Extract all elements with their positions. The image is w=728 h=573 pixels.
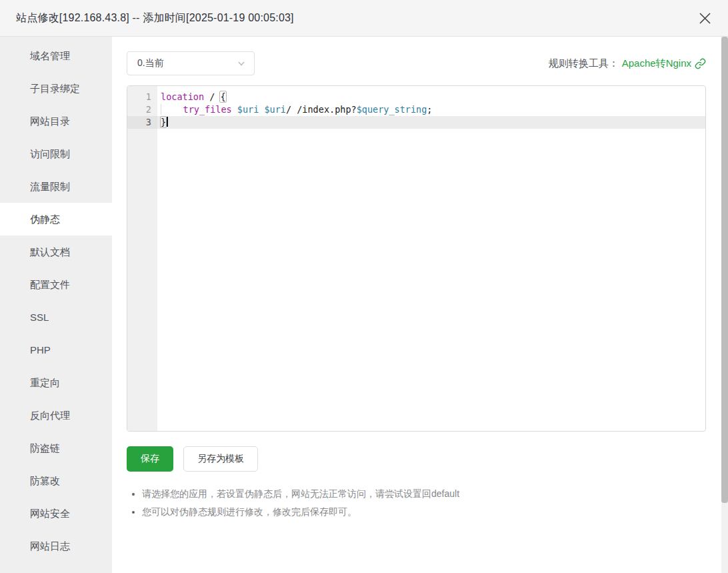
sidebar-item-默认文档[interactable]: 默认文档	[0, 235, 112, 268]
sidebar-item-重定向[interactable]: 重定向	[0, 366, 112, 399]
sidebar-item-防盗链[interactable]: 防盗链	[0, 432, 112, 464]
modal-header: 站点修改[192.168.43.8] -- 添加时间[2025-01-19 00…	[0, 0, 728, 37]
code-line: try_files $uri $uri/ /index.php?$query_s…	[157, 103, 705, 116]
code-token-bracket: {	[219, 91, 226, 103]
sidebar-item-SSL[interactable]: SSL	[0, 301, 112, 334]
code-token-bracket: }	[160, 116, 167, 128]
sidebar-item-域名管理[interactable]: 域名管理	[0, 39, 112, 72]
help-note: 您可以对伪静态规则进行修改，修改完后保存即可。	[142, 503, 706, 521]
help-note: 请选择您的应用，若设置伪静态后，网站无法正常访问，请尝试设置回default	[142, 485, 706, 503]
sidebar-item-防篡改[interactable]: 防篡改	[0, 464, 112, 497]
code-token-plain: ;	[427, 104, 432, 115]
line-number: 1	[127, 91, 157, 103]
modal-body: 域名管理子目录绑定网站目录访问限制流量限制伪静态默认文档配置文件SSLPHP重定…	[0, 37, 728, 573]
code-token-plain	[232, 104, 237, 115]
line-number: 2	[127, 103, 157, 116]
converter-label: 规则转换工具：	[549, 57, 619, 70]
sidebar-item-访问限制[interactable]: 访问限制	[0, 137, 112, 170]
main-panel: 0.当前 规则转换工具： Apache转Nginx 123 location /…	[112, 37, 728, 573]
sidebar-item-反向代理[interactable]: 反向代理	[0, 399, 112, 432]
sidebar-item-配置文件[interactable]: 配置文件	[0, 268, 112, 301]
line-number: 3	[127, 116, 157, 129]
save-as-template-button[interactable]: 另存为模板	[183, 446, 258, 472]
code-token-variable: $uri	[237, 104, 259, 115]
save-button[interactable]: 保存	[127, 446, 173, 472]
toolbar: 0.当前 规则转换工具： Apache转Nginx	[127, 51, 706, 75]
help-notes: 请选择您的应用，若设置伪静态后，网站无法正常访问，请尝试设置回default您可…	[133, 485, 706, 521]
rule-converter-tool: 规则转换工具： Apache转Nginx	[549, 57, 706, 70]
sidebar: 域名管理子目录绑定网站目录访问限制流量限制伪静态默认文档配置文件SSLPHP重定…	[0, 37, 112, 573]
sidebar-item-PHP[interactable]: PHP	[0, 334, 112, 366]
sidebar-item-网站目录[interactable]: 网站目录	[0, 105, 112, 137]
editor-code-area: location / { try_files $uri $uri/ /index…	[157, 86, 705, 431]
sidebar-item-子目录绑定[interactable]: 子目录绑定	[0, 72, 112, 105]
sidebar-item-伪静态[interactable]: 伪静态	[0, 203, 112, 235]
code-token-keyword: try_files	[183, 104, 232, 115]
rule-template-select[interactable]: 0.当前	[127, 51, 255, 75]
sidebar-item-流量限制[interactable]: 流量限制	[0, 170, 112, 203]
chevron-down-icon	[237, 59, 246, 68]
close-icon[interactable]	[695, 8, 715, 28]
text-cursor	[167, 117, 168, 127]
code-line: }	[157, 116, 705, 129]
code-line: location / {	[157, 91, 705, 103]
code-token-plain: /	[204, 91, 220, 102]
rule-template-select-value: 0.当前	[137, 57, 164, 69]
code-token-plain: / /index.php?	[286, 104, 357, 115]
scrollbar-thumb[interactable]	[721, 37, 728, 503]
apache-to-nginx-link[interactable]: Apache转Nginx	[622, 57, 691, 70]
modal-title: 站点修改[192.168.43.8] -- 添加时间[2025-01-19 00…	[16, 11, 294, 25]
sidebar-item-网站日志[interactable]: 网站日志	[0, 530, 112, 562]
code-token-keyword: location	[161, 91, 204, 102]
link-icon[interactable]	[695, 58, 706, 69]
action-buttons: 保存 另存为模板	[127, 446, 706, 472]
sidebar-item-网站安全[interactable]: 网站安全	[0, 497, 112, 530]
code-token-variable: $uri	[264, 104, 286, 115]
code-token-variable: $query_string	[357, 104, 427, 115]
code-token-indent	[161, 104, 183, 115]
editor-gutter: 123	[127, 86, 157, 431]
vertical-scrollbar[interactable]	[721, 37, 728, 573]
rewrite-rule-code-editor[interactable]: 123 location / { try_files $uri $uri/ /i…	[127, 85, 706, 432]
